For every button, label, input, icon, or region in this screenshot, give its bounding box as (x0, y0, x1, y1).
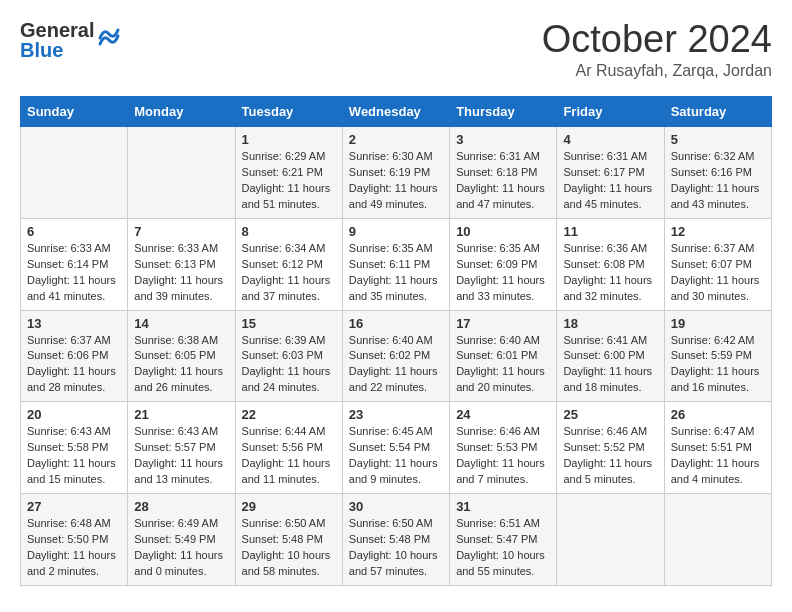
page-header: General Blue October 2024 Ar Rusayfah, Z… (20, 20, 772, 80)
day-info: Sunrise: 6:46 AM Sunset: 5:52 PM Dayligh… (563, 424, 657, 488)
day-info: Sunrise: 6:40 AM Sunset: 6:01 PM Dayligh… (456, 333, 550, 397)
calendar-week-row: 6Sunrise: 6:33 AM Sunset: 6:14 PM Daylig… (21, 218, 772, 310)
calendar-cell: 27Sunrise: 6:48 AM Sunset: 5:50 PM Dayli… (21, 494, 128, 586)
weekday-header: Friday (557, 97, 664, 127)
weekday-header: Monday (128, 97, 235, 127)
calendar-cell (128, 127, 235, 219)
day-info: Sunrise: 6:50 AM Sunset: 5:48 PM Dayligh… (349, 516, 443, 580)
calendar-week-row: 27Sunrise: 6:48 AM Sunset: 5:50 PM Dayli… (21, 494, 772, 586)
day-info: Sunrise: 6:49 AM Sunset: 5:49 PM Dayligh… (134, 516, 228, 580)
calendar-cell: 10Sunrise: 6:35 AM Sunset: 6:09 PM Dayli… (450, 218, 557, 310)
day-info: Sunrise: 6:51 AM Sunset: 5:47 PM Dayligh… (456, 516, 550, 580)
logo-blue-text: Blue (20, 40, 94, 60)
day-number: 8 (242, 224, 336, 239)
calendar-cell: 20Sunrise: 6:43 AM Sunset: 5:58 PM Dayli… (21, 402, 128, 494)
day-number: 29 (242, 499, 336, 514)
calendar-cell: 5Sunrise: 6:32 AM Sunset: 6:16 PM Daylig… (664, 127, 771, 219)
day-number: 1 (242, 132, 336, 147)
day-info: Sunrise: 6:50 AM Sunset: 5:48 PM Dayligh… (242, 516, 336, 580)
day-info: Sunrise: 6:47 AM Sunset: 5:51 PM Dayligh… (671, 424, 765, 488)
day-info: Sunrise: 6:29 AM Sunset: 6:21 PM Dayligh… (242, 149, 336, 213)
calendar-cell: 14Sunrise: 6:38 AM Sunset: 6:05 PM Dayli… (128, 310, 235, 402)
day-number: 16 (349, 316, 443, 331)
calendar-cell: 4Sunrise: 6:31 AM Sunset: 6:17 PM Daylig… (557, 127, 664, 219)
calendar-cell: 8Sunrise: 6:34 AM Sunset: 6:12 PM Daylig… (235, 218, 342, 310)
calendar-cell: 22Sunrise: 6:44 AM Sunset: 5:56 PM Dayli… (235, 402, 342, 494)
day-number: 10 (456, 224, 550, 239)
day-number: 25 (563, 407, 657, 422)
title-block: October 2024 Ar Rusayfah, Zarqa, Jordan (542, 20, 772, 80)
day-number: 7 (134, 224, 228, 239)
day-info: Sunrise: 6:38 AM Sunset: 6:05 PM Dayligh… (134, 333, 228, 397)
day-number: 18 (563, 316, 657, 331)
calendar-cell: 26Sunrise: 6:47 AM Sunset: 5:51 PM Dayli… (664, 402, 771, 494)
day-info: Sunrise: 6:34 AM Sunset: 6:12 PM Dayligh… (242, 241, 336, 305)
day-number: 26 (671, 407, 765, 422)
day-number: 9 (349, 224, 443, 239)
day-info: Sunrise: 6:45 AM Sunset: 5:54 PM Dayligh… (349, 424, 443, 488)
weekday-header-row: SundayMondayTuesdayWednesdayThursdayFrid… (21, 97, 772, 127)
day-info: Sunrise: 6:46 AM Sunset: 5:53 PM Dayligh… (456, 424, 550, 488)
calendar-week-row: 1Sunrise: 6:29 AM Sunset: 6:21 PM Daylig… (21, 127, 772, 219)
day-number: 21 (134, 407, 228, 422)
calendar-cell: 19Sunrise: 6:42 AM Sunset: 5:59 PM Dayli… (664, 310, 771, 402)
weekday-header: Wednesday (342, 97, 449, 127)
calendar-cell: 24Sunrise: 6:46 AM Sunset: 5:53 PM Dayli… (450, 402, 557, 494)
day-info: Sunrise: 6:37 AM Sunset: 6:07 PM Dayligh… (671, 241, 765, 305)
day-number: 3 (456, 132, 550, 147)
day-info: Sunrise: 6:43 AM Sunset: 5:57 PM Dayligh… (134, 424, 228, 488)
calendar-cell: 29Sunrise: 6:50 AM Sunset: 5:48 PM Dayli… (235, 494, 342, 586)
logo: General Blue (20, 20, 120, 60)
calendar-cell: 16Sunrise: 6:40 AM Sunset: 6:02 PM Dayli… (342, 310, 449, 402)
day-info: Sunrise: 6:31 AM Sunset: 6:17 PM Dayligh… (563, 149, 657, 213)
calendar-cell: 12Sunrise: 6:37 AM Sunset: 6:07 PM Dayli… (664, 218, 771, 310)
calendar-cell: 1Sunrise: 6:29 AM Sunset: 6:21 PM Daylig… (235, 127, 342, 219)
day-number: 6 (27, 224, 121, 239)
calendar-cell: 30Sunrise: 6:50 AM Sunset: 5:48 PM Dayli… (342, 494, 449, 586)
day-info: Sunrise: 6:43 AM Sunset: 5:58 PM Dayligh… (27, 424, 121, 488)
day-info: Sunrise: 6:48 AM Sunset: 5:50 PM Dayligh… (27, 516, 121, 580)
calendar-cell: 18Sunrise: 6:41 AM Sunset: 6:00 PM Dayli… (557, 310, 664, 402)
day-info: Sunrise: 6:32 AM Sunset: 6:16 PM Dayligh… (671, 149, 765, 213)
day-info: Sunrise: 6:35 AM Sunset: 6:11 PM Dayligh… (349, 241, 443, 305)
weekday-header: Saturday (664, 97, 771, 127)
calendar-cell (21, 127, 128, 219)
calendar-table: SundayMondayTuesdayWednesdayThursdayFrid… (20, 96, 772, 586)
calendar-cell: 21Sunrise: 6:43 AM Sunset: 5:57 PM Dayli… (128, 402, 235, 494)
calendar-cell: 7Sunrise: 6:33 AM Sunset: 6:13 PM Daylig… (128, 218, 235, 310)
logo-general-text: General (20, 20, 94, 40)
calendar-week-row: 13Sunrise: 6:37 AM Sunset: 6:06 PM Dayli… (21, 310, 772, 402)
day-number: 17 (456, 316, 550, 331)
weekday-header: Sunday (21, 97, 128, 127)
calendar-cell: 9Sunrise: 6:35 AM Sunset: 6:11 PM Daylig… (342, 218, 449, 310)
day-number: 11 (563, 224, 657, 239)
day-info: Sunrise: 6:37 AM Sunset: 6:06 PM Dayligh… (27, 333, 121, 397)
weekday-header: Thursday (450, 97, 557, 127)
calendar-cell: 17Sunrise: 6:40 AM Sunset: 6:01 PM Dayli… (450, 310, 557, 402)
day-info: Sunrise: 6:44 AM Sunset: 5:56 PM Dayligh… (242, 424, 336, 488)
calendar-cell: 28Sunrise: 6:49 AM Sunset: 5:49 PM Dayli… (128, 494, 235, 586)
calendar-cell: 6Sunrise: 6:33 AM Sunset: 6:14 PM Daylig… (21, 218, 128, 310)
day-number: 23 (349, 407, 443, 422)
day-number: 27 (27, 499, 121, 514)
day-info: Sunrise: 6:42 AM Sunset: 5:59 PM Dayligh… (671, 333, 765, 397)
calendar-cell: 11Sunrise: 6:36 AM Sunset: 6:08 PM Dayli… (557, 218, 664, 310)
day-number: 20 (27, 407, 121, 422)
day-number: 24 (456, 407, 550, 422)
day-info: Sunrise: 6:33 AM Sunset: 6:14 PM Dayligh… (27, 241, 121, 305)
day-info: Sunrise: 6:40 AM Sunset: 6:02 PM Dayligh… (349, 333, 443, 397)
day-number: 22 (242, 407, 336, 422)
day-number: 12 (671, 224, 765, 239)
day-number: 15 (242, 316, 336, 331)
day-number: 28 (134, 499, 228, 514)
calendar-cell: 3Sunrise: 6:31 AM Sunset: 6:18 PM Daylig… (450, 127, 557, 219)
weekday-header: Tuesday (235, 97, 342, 127)
day-info: Sunrise: 6:35 AM Sunset: 6:09 PM Dayligh… (456, 241, 550, 305)
day-info: Sunrise: 6:31 AM Sunset: 6:18 PM Dayligh… (456, 149, 550, 213)
calendar-cell: 15Sunrise: 6:39 AM Sunset: 6:03 PM Dayli… (235, 310, 342, 402)
day-info: Sunrise: 6:39 AM Sunset: 6:03 PM Dayligh… (242, 333, 336, 397)
calendar-cell: 13Sunrise: 6:37 AM Sunset: 6:06 PM Dayli… (21, 310, 128, 402)
day-info: Sunrise: 6:41 AM Sunset: 6:00 PM Dayligh… (563, 333, 657, 397)
calendar-cell: 31Sunrise: 6:51 AM Sunset: 5:47 PM Dayli… (450, 494, 557, 586)
calendar-cell: 23Sunrise: 6:45 AM Sunset: 5:54 PM Dayli… (342, 402, 449, 494)
